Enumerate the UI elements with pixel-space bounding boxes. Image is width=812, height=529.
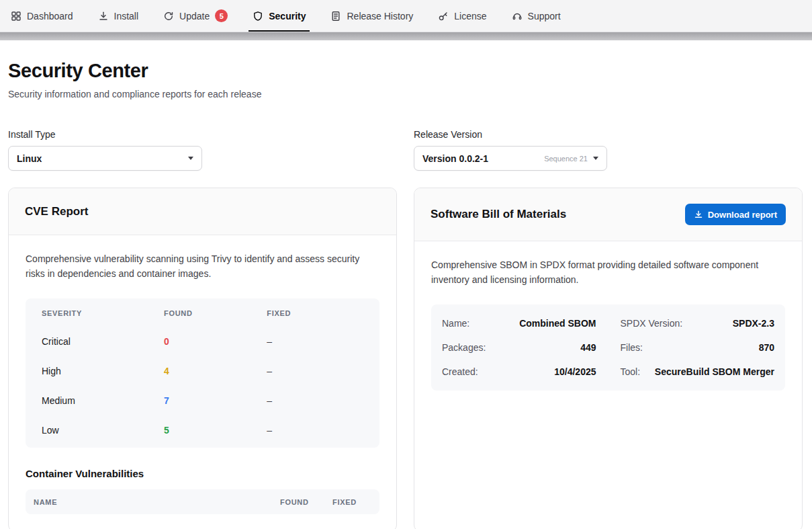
update-icon (163, 11, 174, 22)
app-window: Dashboard Install Update 5 (0, 0, 812, 529)
release-version-filter: Release Version Version 0.0.2-1 Sequence… (414, 129, 803, 171)
sbom-detail-files: Files: 870 (621, 335, 775, 360)
release-version-label: Release Version (414, 129, 803, 140)
severity-table-header: SEVERITY FOUND FIXED (26, 300, 379, 327)
container-vulnerabilities-title: Container Vulnerabilities (26, 468, 379, 479)
sbom-body: Comprehensive SBOM in SPDX format provid… (414, 241, 802, 407)
download-icon (694, 210, 703, 219)
chevron-down-icon (188, 157, 193, 160)
sbom-title: Software Bill of Materials (431, 208, 566, 221)
severity-name: Critical (42, 336, 164, 347)
install-type-label: Install Type (8, 129, 397, 140)
cve-report-card: CVE Report Comprehensive vulnerability s… (8, 188, 397, 529)
install-type-select[interactable]: Linux (8, 146, 202, 171)
detail-value: 449 (580, 342, 596, 353)
detail-value: 870 (759, 342, 774, 353)
severity-name: Low (42, 425, 164, 436)
install-icon (98, 11, 109, 22)
detail-label: Packages: (442, 342, 486, 353)
sbom-details-row: Created: 10/4/2025 Tool: SecureBuild SBO… (442, 360, 774, 384)
severity-row-critical: Critical 0 – (26, 327, 379, 356)
detail-label: Name: (442, 318, 469, 329)
sbom-detail-name: Name: Combined SBOM (442, 311, 596, 335)
detail-label: Created: (442, 366, 478, 377)
nav-item-update[interactable]: Update 5 (163, 0, 228, 32)
severity-found-count: 4 (164, 366, 267, 376)
support-headset-icon (512, 11, 523, 22)
sbom-header: Software Bill of Materials Download repo… (414, 188, 802, 241)
sbom-card: Software Bill of Materials Download repo… (414, 188, 803, 529)
cve-report-title: CVE Report (25, 205, 88, 218)
sbom-detail-spdx-version: SPDX Version: SPDX-2.3 (621, 311, 775, 335)
nav-item-support[interactable]: Support (512, 0, 561, 32)
severity-fixed-count: – (267, 425, 363, 436)
severity-fixed-count: – (267, 395, 363, 406)
install-type-filter: Install Type Linux (8, 129, 397, 171)
nav-label-install: Install (114, 11, 139, 22)
nav-label-license: License (454, 11, 486, 22)
severity-found-count: 7 (164, 395, 267, 406)
col-name: NAME (34, 498, 280, 506)
cards-row: CVE Report Comprehensive vulnerability s… (8, 188, 803, 529)
install-type-value: Linux (17, 153, 42, 164)
sbom-detail-tool: Tool: SecureBuild SBOM Merger (621, 360, 775, 384)
severity-row-low: Low 5 – (26, 415, 379, 445)
nav-label-dashboard: Dashboard (27, 11, 73, 22)
col-found: FOUND (280, 498, 332, 506)
nav-item-dashboard[interactable]: Dashboard (11, 0, 73, 32)
nav-label-release-history: Release History (347, 11, 413, 22)
nav-label-security: Security (269, 11, 306, 22)
divider-band (0, 32, 812, 40)
document-icon (330, 11, 341, 22)
container-vulnerabilities-header: NAME FOUND FIXED (26, 489, 379, 514)
cve-report-description: Comprehensive vulnerability scanning usi… (26, 252, 375, 281)
nav-label-support: Support (528, 11, 561, 22)
detail-value: SPDX-2.3 (733, 318, 774, 329)
filters-row: Install Type Linux Release Version Versi… (8, 129, 803, 171)
release-version-value: Version 0.0.2-1 (422, 153, 488, 164)
detail-label: Files: (621, 342, 643, 353)
sequence-text: Sequence 21 (544, 155, 588, 163)
severity-found-count: 0 (164, 336, 267, 347)
nav-label-update: Update (179, 11, 210, 22)
nav-item-release-history[interactable]: Release History (330, 0, 413, 32)
download-report-button[interactable]: Download report (685, 204, 786, 225)
main-content: Security Center Security information and… (0, 40, 812, 529)
severity-fixed-count: – (267, 336, 363, 347)
update-count-badge: 5 (215, 9, 228, 22)
page-subtitle: Security information and compliance repo… (8, 89, 803, 99)
nav-item-security[interactable]: Security (253, 0, 306, 32)
cve-report-header: CVE Report (9, 188, 396, 235)
severity-fixed-count: – (267, 366, 363, 376)
col-fixed: FIXED (332, 498, 371, 506)
sbom-detail-created: Created: 10/4/2025 (442, 360, 596, 384)
sbom-details-row: Packages: 449 Files: 870 (442, 335, 774, 360)
detail-value: SecureBuild SBOM Merger (655, 366, 774, 377)
top-navigation: Dashboard Install Update 5 (0, 0, 812, 32)
severity-name: High (42, 366, 164, 376)
col-severity: SEVERITY (42, 309, 164, 317)
sbom-details: Name: Combined SBOM SPDX Version: SPDX-2… (431, 304, 785, 391)
sbom-details-row: Name: Combined SBOM SPDX Version: SPDX-2… (442, 311, 774, 335)
release-version-select[interactable]: Version 0.0.2-1 Sequence 21 (414, 146, 607, 171)
nav-item-install[interactable]: Install (98, 0, 139, 32)
severity-row-high: High 4 – (26, 356, 379, 386)
severity-row-medium: Medium 7 – (26, 386, 379, 415)
detail-label: SPDX Version: (621, 318, 683, 329)
dashboard-icon (11, 11, 21, 22)
sbom-description: Comprehensive SBOM in SPDX format provid… (431, 258, 780, 287)
detail-value: 10/4/2025 (554, 366, 596, 377)
key-icon (438, 11, 449, 22)
col-fixed: FIXED (267, 309, 363, 317)
detail-value: Combined SBOM (519, 318, 596, 329)
chevron-down-icon (593, 157, 598, 160)
nav-item-license[interactable]: License (438, 0, 486, 32)
page-title: Security Center (8, 60, 803, 82)
cve-report-body: Comprehensive vulnerability scanning usi… (9, 235, 396, 529)
severity-name: Medium (42, 395, 164, 406)
download-report-label: Download report (708, 210, 777, 220)
shield-icon (253, 11, 263, 22)
severity-found-count: 5 (164, 425, 267, 436)
severity-table: SEVERITY FOUND FIXED Critical 0 – High 4 (26, 298, 379, 448)
col-found: FOUND (164, 309, 267, 317)
